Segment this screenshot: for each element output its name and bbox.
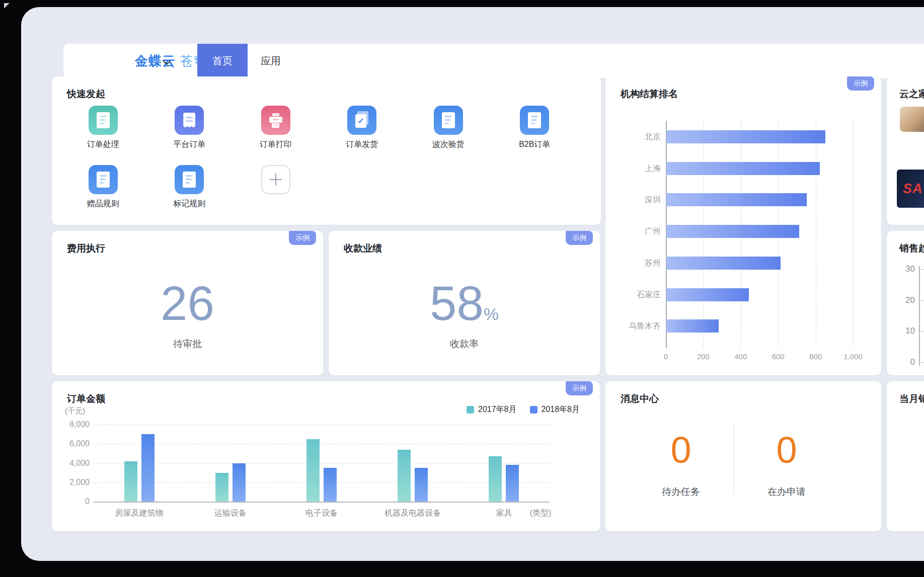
y-tick-label: 2,000 bbox=[52, 478, 90, 487]
image-overlay-text: SA bbox=[903, 181, 923, 197]
gridline bbox=[94, 425, 550, 425]
quick-launch-label: 订单处理 bbox=[87, 139, 119, 150]
x-tick-label: 800 bbox=[798, 352, 833, 361]
rate-number: 58 bbox=[430, 276, 484, 330]
card-yunzhijia: 云之家 SA bbox=[887, 76, 924, 225]
nav-tabs: 首页应用 bbox=[197, 44, 294, 78]
category-label: 电子设备 bbox=[276, 508, 367, 519]
bar bbox=[666, 288, 749, 301]
card-expense: 费用执行 示例 26 待审批 bbox=[52, 231, 323, 375]
add-shortcut-cell[interactable] bbox=[238, 165, 314, 209]
percent-sign: % bbox=[484, 304, 499, 323]
bar bbox=[666, 319, 719, 333]
quick-launch-item[interactable]: ✓订单发货 bbox=[324, 106, 400, 150]
receipt-app-icon bbox=[175, 106, 204, 135]
y-tick-label: 6,000 bbox=[52, 439, 90, 448]
quick-launch-label: 订单打印 bbox=[260, 139, 292, 150]
tab-apps[interactable]: 应用 bbox=[248, 44, 294, 78]
document-icon bbox=[183, 172, 196, 188]
bar bbox=[666, 162, 820, 175]
category-label: 苏州 bbox=[606, 258, 661, 269]
quick-launch-item[interactable]: B2B订单 bbox=[497, 106, 572, 150]
checkdoc-app-icon: ✓ bbox=[347, 106, 376, 135]
bar-2017年8月 bbox=[398, 450, 411, 502]
x-tick-label: 200 bbox=[685, 352, 721, 361]
header-bar: 金蝶云 苍穹 首页应用 bbox=[63, 44, 924, 78]
stat-label: 收款率 bbox=[329, 338, 600, 351]
stat-label: 待审批 bbox=[52, 338, 323, 351]
x-axis-unit: (类型) bbox=[520, 508, 561, 519]
card-title: 快速发起 bbox=[67, 88, 105, 101]
card-quick-launch: 快速发起 订单处理平台订单订单打印✓订单发货波次验货B2B订单赠品规则标记规则 bbox=[52, 76, 601, 225]
screen: { "header": { "brand": "金蝶云", "product":… bbox=[0, 0, 924, 577]
category-label: 机器及电器设备 bbox=[367, 508, 458, 519]
gridline bbox=[94, 482, 550, 483]
doc-app-icon bbox=[175, 165, 204, 194]
card-org-ranking: 机构结算排名 示例 02004006008001,000北京上海深圳广州苏州石家… bbox=[605, 76, 881, 375]
gridline bbox=[94, 444, 550, 444]
y-tick-label: 10 bbox=[895, 326, 915, 336]
x-tick-label: 1,000 bbox=[835, 352, 871, 361]
add-shortcut-button plus-icon[interactable] bbox=[261, 165, 290, 194]
card-title: 消息中心 bbox=[621, 392, 659, 405]
org-ranking-chart: 02004006008001,000北京上海深圳广州苏州石家庄乌鲁木齐 bbox=[605, 76, 881, 375]
sample-badge: 示例 bbox=[289, 231, 316, 245]
card-title: 云之家 bbox=[899, 88, 924, 101]
plot-area bbox=[94, 425, 550, 503]
sample-badge: 示例 bbox=[566, 231, 593, 245]
quick-launch-item[interactable]: 平台订单 bbox=[151, 106, 227, 150]
bar-2017年8月 bbox=[215, 473, 228, 502]
checked-document-icon: ✓ bbox=[355, 113, 368, 128]
gridline bbox=[94, 463, 550, 464]
card-message-center: 消息中心 0 待办任务 0 在办申请 bbox=[605, 381, 881, 531]
category-label: 石家庄 bbox=[606, 290, 661, 300]
document-icon bbox=[97, 112, 110, 128]
doc-app-icon bbox=[89, 165, 118, 194]
y-tick-label: 20 bbox=[895, 295, 915, 305]
printer-icon bbox=[269, 113, 282, 128]
y-tick-label: 30 bbox=[895, 264, 915, 274]
card-order-amount: 订单金额 示例 (千元) 2017年8月2018年8月 02,0004,0006… bbox=[52, 381, 600, 531]
todo-tasks-label: 待办任务 bbox=[621, 485, 741, 499]
document-icon bbox=[528, 112, 541, 128]
y-axis-line bbox=[919, 266, 920, 366]
bar bbox=[666, 225, 799, 238]
photo-person-tablet[interactable] bbox=[900, 107, 924, 132]
tech-collage-image[interactable]: SA bbox=[897, 170, 924, 208]
gridline bbox=[816, 121, 816, 348]
document-icon bbox=[442, 112, 455, 128]
todo-tasks-count: 0 bbox=[621, 432, 741, 469]
doc-app-icon bbox=[434, 106, 463, 135]
order-amount-chart: 02,0004,0006,0008,000房屋及建筑物运输设备电子设备机器及电器… bbox=[52, 381, 600, 531]
bar-2018年8月 bbox=[141, 434, 155, 502]
category-label: 上海 bbox=[606, 163, 661, 174]
card-current-month: 当月销售 bbox=[887, 381, 924, 531]
quick-launch-label: 订单发货 bbox=[346, 139, 378, 150]
quick-launch-grid: 订单处理平台订单订单打印✓订单发货波次验货B2B订单赠品规则标记规则 bbox=[60, 106, 578, 209]
x-tick-label: 600 bbox=[760, 352, 796, 361]
bar-2018年8月 bbox=[506, 465, 519, 502]
tab-home[interactable]: 首页 bbox=[197, 44, 248, 78]
todo-tasks-stat[interactable]: 0 待办任务 bbox=[621, 432, 741, 499]
in-progress-label: 在办申请 bbox=[726, 485, 847, 499]
category-label: 北京 bbox=[606, 132, 661, 142]
card-collection: 收款业绩 示例 58% 收款率 bbox=[329, 231, 600, 375]
quick-launch-label: 标记规则 bbox=[173, 199, 205, 209]
collection-rate-value: 58% bbox=[329, 279, 600, 327]
quick-launch-item[interactable]: 标记规则 bbox=[151, 165, 227, 209]
quick-launch-item[interactable]: 订单处理 bbox=[65, 106, 141, 150]
x-tick-label: 0 bbox=[648, 352, 683, 361]
bar bbox=[666, 130, 825, 143]
in-progress-applications-stat[interactable]: 0 在办申请 bbox=[726, 432, 847, 499]
main-panel: 金蝶云 苍穹 首页应用 快速发起 订单处理平台订单订单打印✓订单发货波次验货B2… bbox=[21, 7, 924, 561]
tick-mark bbox=[920, 269, 924, 270]
quick-launch-item[interactable]: 订单打印 bbox=[238, 106, 314, 150]
quick-launch-item[interactable]: 波次验货 bbox=[411, 106, 486, 150]
category-label: 深圳 bbox=[606, 195, 661, 205]
y-tick-label: 4,000 bbox=[52, 459, 90, 468]
quick-launch-label: B2B订单 bbox=[519, 139, 550, 150]
quick-launch-item[interactable]: 赠品规则 bbox=[65, 165, 141, 209]
bar bbox=[666, 193, 807, 206]
quick-launch-label: 赠品规则 bbox=[87, 199, 119, 209]
y-tick-label: 0 bbox=[895, 357, 915, 367]
